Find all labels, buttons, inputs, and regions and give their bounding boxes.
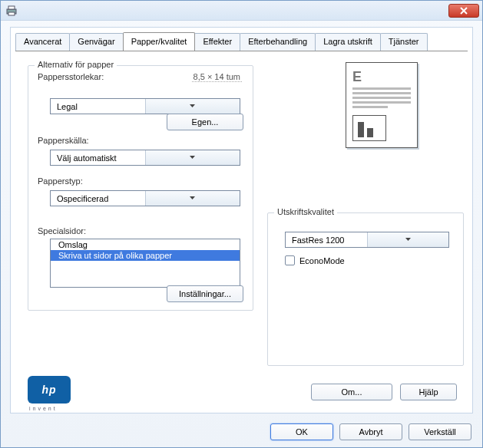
hp-logo-sub: invent <box>29 406 58 411</box>
preview-chart-icon <box>352 115 386 141</box>
cancel-button[interactable]: Avbryt <box>339 423 402 440</box>
chevron-down-icon <box>145 150 240 165</box>
page-preview: E <box>346 62 418 148</box>
printer-icon <box>5 5 18 17</box>
tab-finishing[interactable]: Efterbehandling <box>240 33 316 51</box>
list-item-diff-paper[interactable]: Skriva ut sidor på olika papper <box>51 250 240 261</box>
paper-source-value: Välj automatiskt <box>51 153 145 163</box>
hp-logo: hp <box>28 376 71 404</box>
chevron-down-icon <box>145 99 240 114</box>
dialog-button-bar: OK Avbryt Verkställ <box>1 417 482 447</box>
special-pages-listbox[interactable]: Omslag Skriva ut sidor på olika papper <box>50 239 240 288</box>
paper-type-label: Papperstyp: <box>38 176 253 186</box>
about-button[interactable]: Om... <box>311 384 392 400</box>
tab-advanced[interactable]: Avancerat <box>15 33 70 51</box>
close-button[interactable] <box>448 4 479 18</box>
paper-type-dropdown[interactable]: Ospecificerad <box>50 190 240 206</box>
custom-size-button[interactable]: Egen... <box>167 114 243 130</box>
paper-size-dropdown[interactable]: Legal <box>50 98 240 114</box>
print-quality-dropdown[interactable]: FastRes 1200 <box>285 232 449 248</box>
print-quality-value: FastRes 1200 <box>286 236 367 245</box>
dialog-content: Avancerat Genvägar Papper/kvalitet Effek… <box>10 27 473 413</box>
paper-size-info: 8,5 × 14 tum <box>192 72 242 82</box>
paper-source-label: Papperskälla: <box>38 136 253 145</box>
ok-button[interactable]: OK <box>270 423 333 440</box>
tab-strip: Avancerat Genvägar Papper/kvalitet Effek… <box>11 28 472 51</box>
settings-button[interactable]: Inställningar... <box>167 285 243 302</box>
tab-store-print[interactable]: Lagra utskrift <box>315 33 381 51</box>
chevron-down-icon <box>367 232 449 247</box>
apply-button[interactable]: Verkställ <box>409 423 471 440</box>
tab-services[interactable]: Tjänster <box>380 33 428 51</box>
print-quality-group: Utskriftskvalitet FastRes 1200 EconoMode <box>267 212 464 366</box>
economode-label: EconoMode <box>299 256 345 265</box>
paper-type-value: Ospecificerad <box>51 194 145 203</box>
paper-size-value: Legal <box>51 102 145 111</box>
print-quality-label: Utskriftskvalitet <box>274 207 337 216</box>
paper-options-label: Alternativ för papper <box>35 60 117 69</box>
tab-effects[interactable]: Effekter <box>194 33 240 51</box>
list-item-covers[interactable]: Omslag <box>51 239 240 250</box>
preview-letter-icon: E <box>352 69 362 85</box>
tab-shortcuts[interactable]: Genvägar <box>69 33 123 51</box>
chevron-down-icon <box>145 191 240 206</box>
paper-options-group: Alternativ för papper Pappersstorlekar: … <box>28 65 253 311</box>
titlebar <box>1 1 482 21</box>
help-button[interactable]: Hjälp <box>400 384 457 400</box>
preview-text-lines-icon <box>352 87 411 110</box>
tab-panel: Alternativ för papper Pappersstorlekar: … <box>15 51 468 413</box>
hp-logo-text: hp <box>41 384 56 396</box>
economode-checkbox[interactable] <box>285 255 295 265</box>
paper-source-dropdown[interactable]: Välj automatiskt <box>50 150 240 166</box>
svg-rect-1 <box>8 6 15 9</box>
special-pages-label: Specialsidor: <box>38 226 253 236</box>
tab-paper-quality[interactable]: Papper/kvalitet <box>123 32 196 51</box>
print-dialog-window: Avancerat Genvägar Papper/kvalitet Effek… <box>0 0 483 448</box>
svg-rect-2 <box>8 12 15 15</box>
